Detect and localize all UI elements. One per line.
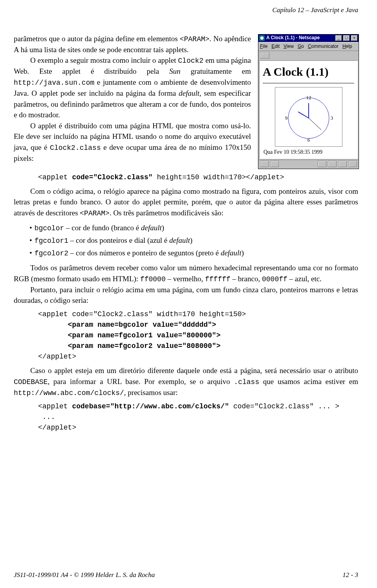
status-cell [328,161,337,167]
clock-6: 6 [307,137,310,143]
list-item: bgcolor – cor de fundo (branco é default… [29,222,358,233]
menu-file[interactable]: File [260,43,267,50]
status-cell [260,161,269,167]
menu-go[interactable]: Go [298,43,304,50]
code-inline: http://www.abc.com/clocks/ [14,389,124,397]
param-list: bgcolor – cor de fundo (branco é default… [29,222,358,259]
applet-status-text: Qua Fev 10 19:58:35 1999 [263,147,354,157]
maximize-button[interactable]: □ [343,35,350,41]
menu-edit[interactable]: Edit [271,43,280,50]
menu-communicator[interactable]: Communicator [308,43,339,50]
code-inline: ff0000 [140,275,166,283]
document-area: A Clock (1.1) 12 3 6 9 [259,60,358,159]
status-bar [258,160,359,169]
window-titlebar: A Clock (1.1) - Netscape _ □ × [258,35,359,42]
status-cell [348,161,357,167]
close-button[interactable]: × [351,35,358,41]
clock-applet: 12 3 6 9 [275,87,342,147]
paragraph-5: Todos os parâmetros devem receber como v… [14,262,358,284]
clock-12: 12 [306,95,311,100]
footer-credit: JS11-01-1999/01 A4 - © 1999 Helder L. S.… [14,571,155,579]
applet-title: A Clock (1.1) [263,63,354,80]
menu-bar: File Edit View Go Communicator Help [258,42,359,51]
code-inline: .class [234,378,259,386]
code-inline: http://java.sun.com [14,79,94,87]
code-block-3: <applet codebase="http://www.abc.com/clo… [38,401,358,433]
page-footer: JS11-01-1999/01 A4 - © 1999 Helder L. S.… [14,570,358,580]
app-icon [259,35,265,41]
window-title: A Clock (1.1) - Netscape [266,35,334,41]
chapter-header: Capítulo 12 – JavaScript e Java [14,5,358,15]
code-inline: <PARAM> [180,35,210,43]
status-cell [338,161,347,167]
code-inline: ffffff [205,275,231,283]
minimize-button[interactable]: _ [335,35,342,41]
code-inline: 0000ff [262,275,287,283]
menu-help[interactable]: Help [342,43,352,50]
status-cell [318,161,326,167]
code-block-2: <applet code="Clock2.class" width=170 he… [38,309,358,362]
code-inline: <PARAM> [80,209,110,217]
list-item: fgcolor1 – cor dos ponteiros e dial (azu… [29,235,358,246]
clock-3: 3 [330,115,333,121]
toolbar [258,51,359,60]
hour-hand [298,112,309,118]
paragraph-4: Com o código acima, o relógio aparece na… [14,186,358,218]
figure-netscape-window: A Clock (1.1) - Netscape _ □ × File Edit… [258,34,358,169]
clock-9: 9 [285,115,287,121]
code-inline: Clock2.class [50,144,101,152]
separator [263,83,354,84]
page-number: 12 - 3 [342,570,358,580]
toolbar-button[interactable] [260,52,269,58]
second-hand [309,118,321,130]
code-inline: CODEBASE [14,378,48,386]
paragraph-7: Caso o applet esteja em um diretório dif… [14,365,358,398]
list-item: fgcolor2 – cor dos números e ponteiro de… [29,248,358,259]
code-inline: Clock2 [178,57,203,65]
status-cell [270,161,279,167]
paragraph-6: Portanto, para incluir o relógio acima e… [14,284,358,306]
code-block-1: <applet code="Clock2.class" height=150 w… [38,172,358,183]
menu-view[interactable]: View [284,43,294,50]
